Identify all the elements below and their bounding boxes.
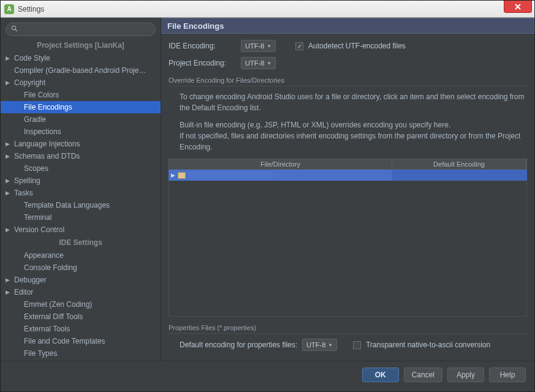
pane-body: IDE Encoding: UTF-8 ▼ ✓ Autodetect UTF-e…: [161, 34, 534, 361]
expand-arrow-icon[interactable]: ▶: [6, 178, 12, 184]
settings-tree[interactable]: Project Settings [LianKa] ▶Code StyleCom…: [1, 39, 161, 361]
search-box[interactable]: [6, 23, 156, 36]
tree-item[interactable]: ▶Version Control: [1, 224, 161, 236]
tree-item[interactable]: External Tools: [1, 323, 161, 335]
expand-icon[interactable]: ▶: [171, 172, 175, 178]
expand-arrow-icon[interactable]: ▶: [6, 190, 12, 196]
tree-item-label: Code Style: [14, 54, 50, 62]
tree-item[interactable]: External Diff Tools: [1, 311, 161, 323]
ide-encoding-value: UTF-8: [245, 42, 264, 50]
tree-item-label: Scopes: [24, 164, 48, 173]
right-pane: File Encodings IDE Encoding: UTF-8 ▼ ✓ A…: [161, 18, 534, 361]
svg-line-1: [15, 29, 17, 31]
row-path-redacted: [188, 172, 274, 179]
table-header: File/Directory Default Encoding: [169, 159, 527, 170]
ide-encoding-dropdown[interactable]: UTF-8 ▼: [241, 40, 276, 52]
override-info-2: Built-in file encoding (e.g. JSP, HTML o…: [169, 119, 527, 130]
tree-item-label: Tasks: [14, 189, 33, 197]
search-row: [1, 18, 161, 39]
tree-item-label: Compiler (Gradle-based Android Proje…: [14, 66, 146, 75]
table-empty-area: [169, 181, 527, 317]
autodetect-label: Autodetect UTF-encoded files: [308, 42, 406, 50]
tree-item[interactable]: ▶Debugger: [1, 274, 161, 286]
tree-item-label: Debugger: [14, 276, 47, 284]
expand-arrow-icon[interactable]: ▶: [6, 227, 12, 233]
tree-item[interactable]: File Colors: [1, 89, 161, 101]
override-section-label: Override Encoding for Files/Directories: [169, 77, 527, 86]
override-info-1: To change encoding Android Studio uses f…: [169, 91, 527, 113]
encoding-table: File/Directory Default Encoding ▶: [169, 159, 527, 317]
expand-arrow-icon[interactable]: ▶: [6, 55, 12, 61]
expand-arrow-icon[interactable]: ▶: [6, 153, 12, 159]
tree-item-label: Copyright: [14, 78, 45, 87]
tree-item-label: Appearance: [24, 251, 64, 260]
properties-encoding-dropdown[interactable]: UTF-8 ▼: [302, 339, 337, 351]
tree-item[interactable]: Console Folding: [1, 262, 161, 274]
tree-item[interactable]: ▶Schemas and DTDs: [1, 150, 161, 162]
tree-item-label: Template Data Languages: [24, 201, 110, 209]
titlebar: A Settings: [1, 1, 534, 18]
tree-item[interactable]: ▶Code Style: [1, 52, 161, 64]
tree-item[interactable]: Inspections: [1, 126, 161, 138]
tree-item-label: Schemas and DTDs: [14, 152, 80, 160]
dialog-button-bar: OK Cancel Apply Help: [1, 361, 534, 388]
tree-item[interactable]: Appearance: [1, 249, 161, 262]
tree-item[interactable]: General: [1, 360, 161, 361]
tree-item[interactable]: ▶Editor: [1, 286, 161, 298]
tree-item-label: Spelling: [14, 176, 40, 185]
tree-item-label: Editor: [14, 288, 33, 296]
tree-item-label: External Tools: [24, 325, 70, 333]
expand-arrow-icon[interactable]: ▶: [6, 277, 12, 283]
expand-arrow-icon[interactable]: ▶: [6, 80, 12, 86]
expand-arrow-icon[interactable]: ▶: [6, 141, 12, 147]
tree-item[interactable]: File Types: [1, 347, 161, 360]
properties-encoding-label: Default encoding for properties files:: [180, 341, 297, 349]
column-file-directory[interactable]: File/Directory: [169, 159, 392, 169]
tree-item[interactable]: Compiler (Gradle-based Android Proje…: [1, 64, 161, 77]
folder-icon: [178, 172, 186, 179]
tree-item-label: External Diff Tools: [24, 312, 83, 321]
close-icon: [514, 4, 522, 10]
tree-item[interactable]: ▶Language Injections: [1, 138, 161, 150]
tree-item-label: Version Control: [14, 225, 64, 234]
settings-sidebar: Project Settings [LianKa] ▶Code StyleCom…: [1, 18, 161, 361]
apply-button[interactable]: Apply: [447, 368, 484, 382]
cancel-button[interactable]: Cancel: [404, 368, 442, 382]
autodetect-checkbox[interactable]: ✓: [295, 42, 303, 50]
tree-item[interactable]: Template Data Languages: [1, 199, 161, 211]
row-encoding-cell[interactable]: [392, 170, 527, 181]
tree-item[interactable]: ▶Spelling: [1, 175, 161, 187]
tree-item[interactable]: File and Code Templates: [1, 335, 161, 347]
tree-item-label: File Types: [24, 349, 57, 358]
tree-item[interactable]: File Encodings: [1, 101, 161, 113]
table-row[interactable]: ▶: [169, 170, 527, 181]
tree-item[interactable]: ▶Copyright: [1, 77, 161, 89]
help-button[interactable]: Help: [489, 368, 526, 382]
chevron-down-icon: ▼: [267, 43, 271, 49]
section-header-project: Project Settings [LianKa]: [1, 39, 161, 52]
tree-item[interactable]: ▶Tasks: [1, 187, 161, 199]
pane-title: File Encodings: [161, 18, 534, 34]
tree-item-label: Language Injections: [14, 140, 80, 148]
search-input[interactable]: [20, 25, 150, 34]
expand-arrow-icon[interactable]: ▶: [6, 289, 12, 295]
chevron-down-icon: ▼: [328, 342, 333, 348]
tree-item[interactable]: Scopes: [1, 162, 161, 175]
chevron-down-icon: ▼: [267, 61, 271, 66]
tree-item-label: Emmet (Zen Coding): [24, 300, 92, 309]
ok-button[interactable]: OK: [362, 368, 399, 382]
section-header-ide: IDE Settings: [1, 236, 161, 249]
tree-item-label: Gradle: [24, 115, 46, 124]
tree-item[interactable]: Gradle: [1, 113, 161, 126]
tree-item[interactable]: Emmet (Zen Coding): [1, 298, 161, 311]
tree-item-label: Console Folding: [24, 263, 77, 272]
project-encoding-dropdown[interactable]: UTF-8 ▼: [241, 57, 276, 69]
svg-point-0: [12, 26, 15, 29]
transparent-checkbox[interactable]: [353, 341, 361, 349]
tree-item[interactable]: Terminal: [1, 211, 161, 224]
close-button[interactable]: [504, 1, 532, 13]
override-info-3: If not specified, files and directories …: [169, 130, 527, 153]
app-icon: A: [4, 4, 14, 14]
column-default-encoding[interactable]: Default Encoding: [392, 159, 526, 169]
properties-encoding-value: UTF-8: [306, 341, 325, 349]
